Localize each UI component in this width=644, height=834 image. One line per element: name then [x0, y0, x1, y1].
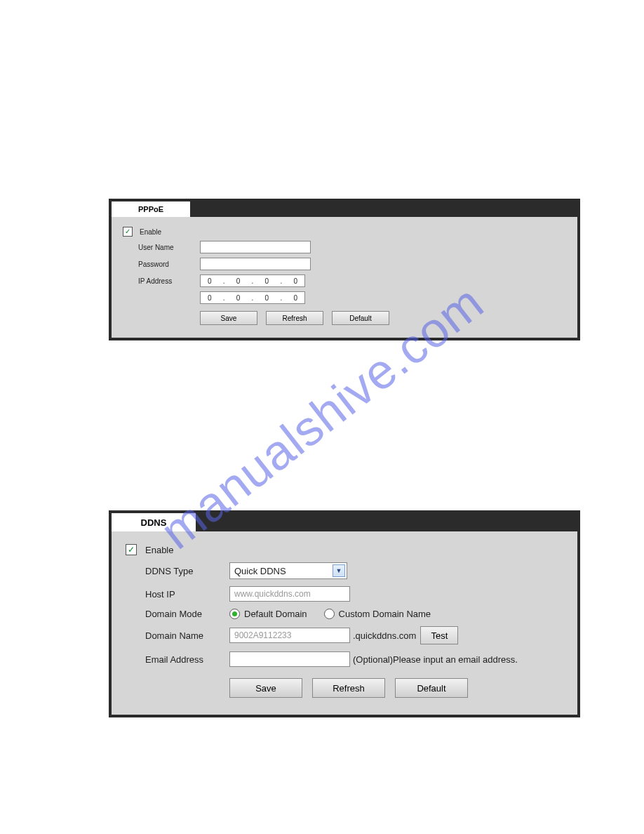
pppoe-username-input[interactable] [200, 241, 311, 253]
ddns-mode-custom-radio[interactable] [324, 609, 335, 619]
dot-icon: . [222, 294, 226, 302]
pppoe-password-input[interactable] [200, 258, 311, 270]
pppoe-ip-label: IP Address [138, 277, 200, 285]
ip1-a[interactable]: 0 [204, 277, 215, 285]
ddns-hostip-label: Host IP [145, 589, 229, 600]
dot-icon: . [222, 277, 226, 285]
ddns-panel: DDNS ✓ Enable DDNS Type Quick DDNS ▼ Hos… [109, 510, 580, 717]
pppoe-ip2[interactable]: 0 . 0 . 0 . 0 [200, 291, 305, 304]
ip1-d[interactable]: 0 [290, 277, 301, 285]
ddns-type-select[interactable]: Quick DDNS ▼ [229, 562, 347, 579]
ddns-test-button[interactable]: Test [420, 626, 458, 644]
ddns-domainmode-label: Domain Mode [145, 609, 229, 619]
ddns-email-hint: (Optional)Please input an email address. [353, 654, 518, 665]
ddns-tab-row: DDNS [112, 513, 577, 531]
ip1-b[interactable]: 0 [233, 277, 244, 285]
dot-icon: . [250, 277, 255, 285]
ip1-c[interactable]: 0 [261, 277, 272, 285]
ddns-mode-custom-label: Custom Domain Name [339, 609, 431, 619]
pppoe-body: ✓ Enable User Name Password IP Address 0… [112, 217, 577, 338]
ddns-type-label: DDNS Type [145, 566, 229, 576]
ddns-mode-default-radio[interactable] [229, 609, 240, 619]
ip2-b[interactable]: 0 [233, 294, 244, 302]
pppoe-panel: PPPoE ✓ Enable User Name Password IP Add… [109, 199, 580, 340]
ip2-c[interactable]: 0 [261, 294, 272, 302]
pppoe-default-button[interactable]: Default [332, 311, 389, 325]
pppoe-enable-checkbox[interactable]: ✓ [123, 227, 133, 237]
ddns-domainname-input [229, 628, 350, 643]
ddns-domain-suffix: .quickddns.com [353, 630, 416, 641]
ddns-save-button[interactable]: Save [229, 678, 302, 698]
ddns-tab[interactable]: DDNS [112, 513, 196, 531]
dot-icon: . [279, 277, 283, 285]
ddns-domainname-label: Domain Name [145, 630, 229, 641]
ip2-a[interactable]: 0 [204, 294, 215, 302]
pppoe-tab[interactable]: PPPoE [112, 201, 190, 217]
ddns-mode-default-label: Default Domain [244, 609, 307, 619]
ddns-refresh-button[interactable]: Refresh [312, 678, 385, 698]
pppoe-enable-label: Enable [140, 228, 201, 236]
ip2-d[interactable]: 0 [290, 294, 301, 302]
pppoe-ip1[interactable]: 0 . 0 . 0 . 0 [200, 274, 305, 287]
pppoe-save-button[interactable]: Save [200, 311, 257, 325]
pppoe-password-label: Password [138, 260, 200, 268]
pppoe-refresh-button[interactable]: Refresh [266, 311, 323, 325]
radio-selected-icon [232, 611, 237, 616]
chevron-down-icon: ▼ [333, 564, 345, 577]
dot-icon: . [250, 294, 255, 302]
ddns-body: ✓ Enable DDNS Type Quick DDNS ▼ Host IP … [112, 531, 577, 715]
pppoe-username-label: User Name [138, 244, 200, 251]
dot-icon: . [279, 294, 283, 302]
ddns-enable-label: Enable [145, 545, 173, 555]
ddns-email-label: Email Address [145, 654, 229, 665]
pppoe-tab-row: PPPoE [112, 201, 577, 217]
ddns-email-input[interactable] [229, 651, 350, 667]
ddns-enable-checkbox[interactable]: ✓ [126, 544, 137, 555]
ddns-hostip-input [229, 586, 350, 602]
ddns-type-value: Quick DDNS [234, 566, 286, 576]
ddns-default-button[interactable]: Default [395, 678, 468, 698]
